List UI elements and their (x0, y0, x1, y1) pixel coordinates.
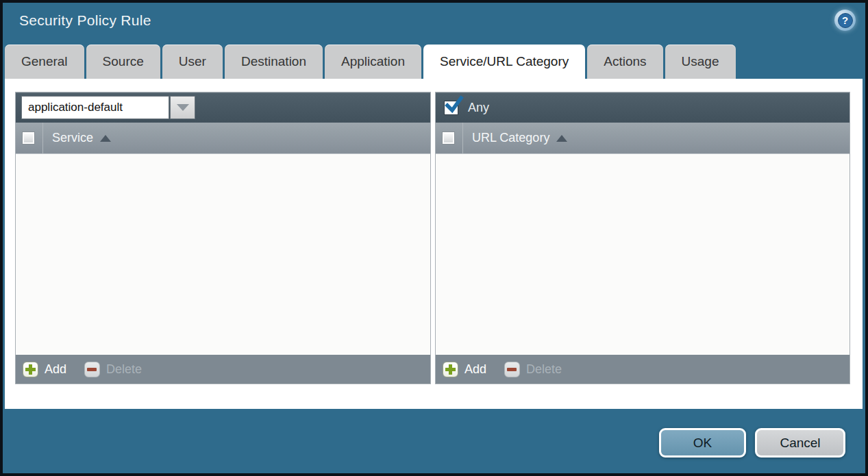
delete-button-label: Delete (526, 362, 562, 377)
cancel-button[interactable]: Cancel (755, 428, 845, 458)
url-category-add-button[interactable]: Add (443, 362, 486, 377)
service-panel-toolbar: application-default (16, 92, 430, 123)
security-policy-rule-dialog: Security Policy Rule ? General Source Us… (0, 0, 868, 476)
service-column-header[interactable]: Service (16, 123, 430, 154)
url-category-panel: Any URL Category Add Delete (435, 92, 850, 384)
plus-icon (443, 362, 458, 377)
url-category-delete-button[interactable]: Delete (504, 362, 562, 377)
question-mark-icon: ? (838, 13, 853, 28)
tab-source[interactable]: Source (86, 45, 160, 79)
service-panel-footer: Add Delete (16, 355, 430, 384)
tab-application[interactable]: Application (325, 45, 421, 79)
service-type-dropdown[interactable]: application-default (21, 96, 195, 119)
any-checkbox-label: Any (468, 101, 489, 115)
delete-button-label: Delete (106, 362, 142, 377)
service-delete-button[interactable]: Delete (84, 362, 142, 377)
url-category-column-label: URL Category (472, 131, 549, 145)
help-button[interactable]: ? (834, 10, 856, 31)
url-category-list-body[interactable] (436, 154, 850, 355)
sort-asc-icon (100, 135, 111, 142)
add-button-label: Add (464, 362, 486, 377)
service-list-body[interactable] (16, 154, 430, 355)
service-type-value[interactable]: application-default (21, 96, 169, 119)
column-separator (462, 123, 463, 153)
url-category-column-header[interactable]: URL Category (436, 123, 850, 154)
plus-icon (23, 362, 38, 377)
url-category-panel-footer: Add Delete (436, 355, 850, 384)
tab-usage[interactable]: Usage (665, 45, 736, 79)
dropdown-arrow-button[interactable] (170, 96, 195, 119)
column-separator (42, 123, 43, 153)
ok-button[interactable]: OK (659, 428, 746, 458)
dialog-title: Security Policy Rule (19, 12, 151, 29)
minus-icon (84, 362, 100, 377)
tab-bar: General Source User Destination Applicat… (5, 45, 736, 79)
url-category-panel-toolbar: Any (436, 92, 850, 123)
tab-actions[interactable]: Actions (587, 45, 662, 79)
service-add-button[interactable]: Add (23, 362, 66, 377)
minus-icon (504, 362, 520, 377)
service-panel: application-default Service Add (15, 92, 431, 384)
tab-user[interactable]: User (162, 45, 223, 79)
add-button-label: Add (45, 362, 66, 377)
sort-asc-icon (556, 135, 567, 142)
any-checkbox[interactable] (444, 101, 458, 115)
service-select-all-checkbox[interactable] (22, 131, 35, 145)
tab-destination[interactable]: Destination (225, 45, 323, 79)
tab-panel-service-url-category: application-default Service Add (5, 79, 863, 409)
tab-general[interactable]: General (5, 45, 84, 79)
chevron-down-icon (177, 104, 189, 111)
tab-service-url-category[interactable]: Service/URL Category (423, 45, 585, 79)
checkmark-icon (445, 96, 463, 114)
any-row: Any (441, 101, 489, 115)
url-category-select-all-checkbox[interactable] (442, 131, 455, 145)
service-column-label: Service (52, 131, 93, 145)
